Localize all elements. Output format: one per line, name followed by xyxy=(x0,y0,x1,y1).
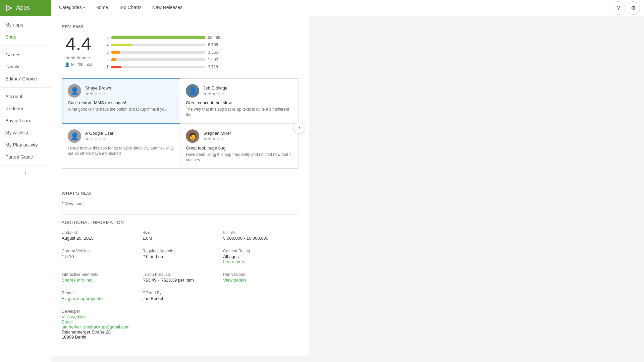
logo[interactable]: Apps xyxy=(0,0,51,16)
reviewer-name-3: A Google User xyxy=(85,131,174,136)
sidebar-item-editors-choice[interactable]: Editors' Choice xyxy=(0,73,51,85)
avatar-stephen-miller: 🧑 xyxy=(186,129,199,143)
sidebar-item-my-apps[interactable]: My apps xyxy=(0,19,51,31)
bar-row-2: 2 1,902 xyxy=(106,57,299,63)
review-text-2: The way that this app backs up texts is … xyxy=(186,107,292,118)
reviews-grid: 👤 Shaye Brown ★ ★ ★ ★ ★ xyxy=(62,78,299,169)
reviews-summary: 4.4 ★ ★ ★ ★ ★ 👤 56,206 total xyxy=(62,35,299,70)
sidebar-collapse-button[interactable]: ‹ xyxy=(0,166,51,179)
app-title: Apps xyxy=(16,4,30,11)
info-size: Size 1.0M xyxy=(143,230,218,241)
info-report: Report Flag as inappropriate xyxy=(62,291,137,301)
review-stars-2: ★ ★ ★ ★ ★ xyxy=(203,91,292,96)
review-title-4: Great tool, huge bug xyxy=(186,145,292,150)
review-card-stephen-miller[interactable]: 🧑 Stephen Miller ★ ★ ★ ★ ★ xyxy=(180,124,298,169)
whats-new-section: WHAT'S NEW * New icon xyxy=(62,191,299,206)
nav-home[interactable]: Home xyxy=(90,0,113,16)
nav-categories[interactable]: Categories ▾ xyxy=(54,0,90,16)
review-stars-1: ★ ★ ★ ★ ★ xyxy=(85,91,174,96)
review-text-3: I used to love this app for its relative… xyxy=(68,145,174,157)
sidebar-item-games[interactable]: Games xyxy=(0,49,51,61)
sidebar-item-family[interactable]: Family xyxy=(0,61,51,73)
whats-new-title: WHAT'S NEW xyxy=(62,191,299,196)
additional-info-section: ADDITIONAL INFORMATION Updated August 20… xyxy=(62,220,299,340)
review-card-shaye-brown[interactable]: 👤 Shaye Brown ★ ★ ★ ★ ★ xyxy=(62,78,180,124)
review-title-2: Great concept, but slow xyxy=(186,100,292,105)
rating-bars: 5 38,482 4 8,708 3 3,366 xyxy=(106,35,299,70)
info-current-version: Current Version 1.5.10 xyxy=(62,249,137,264)
divider-1 xyxy=(62,185,299,185)
sidebar-item-parent-guide[interactable]: Parent Guide xyxy=(0,151,51,163)
review-text-1: What good is it to have the option to ba… xyxy=(68,107,174,112)
review-card-jeb-eldridge[interactable]: 👤 Jeb Eldridge ★ ★ ★ ★ ★ xyxy=(180,78,298,124)
nav-new-releases[interactable]: New Releases xyxy=(147,0,188,16)
reviews-grid-wrapper: 👤 Shaye Brown ★ ★ ★ ★ ★ xyxy=(62,78,299,177)
info-offered-by: Offered By Jan Berkel xyxy=(143,291,218,301)
star-1: ★ xyxy=(65,55,70,61)
visit-website-link[interactable]: Visit website xyxy=(62,314,137,319)
main-content-area: REVIEWS 4.4 ★ ★ ★ ★ ★ 👤 56,206 total xyxy=(51,16,644,362)
reviews-next-button[interactable]: › xyxy=(293,122,305,134)
review-stars-4: ★ ★ ★ ★ ★ xyxy=(203,136,292,141)
review-title-1: Can't restore MMS messages! xyxy=(68,100,174,105)
learn-more-link[interactable]: Learn more xyxy=(223,259,299,264)
rating-stars: ★ ★ ★ ★ ★ xyxy=(65,55,92,61)
reviewer-name-2: Jeb Eldridge xyxy=(203,85,292,90)
top-nav: Apps Categories ▾ Home Top Charts New Re… xyxy=(0,0,644,16)
info-developer: Developer Visit website Email jan.berkel… xyxy=(62,309,137,340)
view-details-link[interactable]: View details xyxy=(223,278,299,283)
bar-row-4: 4 8,708 xyxy=(106,42,299,48)
info-permissions: Permissions View details xyxy=(223,272,299,283)
info-grid: Updated August 20, 2015 Size 1.0M Instal… xyxy=(62,230,299,340)
reviewer-name-1: Shaye Brown xyxy=(85,85,174,90)
play-store-icon xyxy=(5,4,13,12)
content-card: REVIEWS 4.4 ★ ★ ★ ★ ★ 👤 56,206 total xyxy=(51,16,309,356)
person-icon: 👤 xyxy=(65,62,70,67)
chevron-down-icon: ▾ xyxy=(83,6,85,9)
bar-row-5: 5 38,482 xyxy=(106,35,299,41)
shares-info-link[interactable]: Shares Info xyxy=(62,278,84,283)
avatar-shaye-brown: 👤 xyxy=(68,84,81,98)
nav-links: Categories ▾ Home Top Charts New Release… xyxy=(51,0,608,16)
info-requires-android: Requires Android 2.0 and up xyxy=(143,249,218,264)
sidebar-main-section: My apps Shop xyxy=(0,16,51,46)
flag-inappropriate-link[interactable]: Flag as inappropriate xyxy=(62,296,137,301)
star-2: ★ xyxy=(71,55,75,61)
review-text-4: Have been using this app frequently and … xyxy=(186,152,292,163)
gear-icon: ⚙ xyxy=(631,5,636,11)
reviewer-name-4: Stephen Miller xyxy=(203,131,292,136)
info-interactive-elements: Interactive Elements Shares Info Info xyxy=(62,272,137,283)
info-link[interactable]: Info xyxy=(85,278,93,283)
nav-actions: ? ⚙ xyxy=(608,1,644,15)
sidebar-item-account[interactable]: Account xyxy=(0,90,51,103)
settings-button[interactable]: ⚙ xyxy=(627,1,640,15)
help-icon: ? xyxy=(617,5,620,11)
email-link[interactable]: Email jan.berkel+smsbackup@gmail.com xyxy=(62,319,137,329)
info-empty xyxy=(223,291,299,301)
additional-info-title: ADDITIONAL INFORMATION xyxy=(62,220,299,225)
star-4: ★ xyxy=(82,55,86,61)
bar-row-1: 1 3,718 xyxy=(106,64,299,70)
nav-top-charts[interactable]: Top Charts xyxy=(113,0,147,16)
rating-total: 👤 56,206 total xyxy=(65,62,92,67)
sidebar: My apps Shop Games Family Editors' Choic… xyxy=(0,16,51,362)
whats-new-text: * New icon xyxy=(62,201,299,206)
info-inapp-products: In-app Products R$3.49 - R$23.39 per ite… xyxy=(143,272,218,283)
sidebar-item-buy-gift-card[interactable]: Buy gift card xyxy=(0,115,51,127)
sidebar-item-my-play-activity[interactable]: My Play activity xyxy=(0,139,51,151)
sidebar-item-redeem[interactable]: Redeem xyxy=(0,103,51,115)
avatar-google-user: 👤 xyxy=(68,129,81,143)
bar-row-3: 3 3,366 xyxy=(106,49,299,55)
star-3: ★ xyxy=(76,55,81,61)
reviews-title: REVIEWS xyxy=(62,24,299,29)
sidebar-item-my-wishlist[interactable]: My wishlist xyxy=(0,127,51,139)
help-button[interactable]: ? xyxy=(612,1,625,15)
reviews-section: REVIEWS 4.4 ★ ★ ★ ★ ★ 👤 56,206 total xyxy=(62,24,299,177)
rating-big: 4.4 ★ ★ ★ ★ ★ 👤 56,206 total xyxy=(62,35,95,67)
sidebar-categories-section: Games Family Editors' Choice xyxy=(0,46,51,88)
sidebar-item-shop[interactable]: Shop xyxy=(0,31,51,43)
average-rating: 4.4 xyxy=(65,35,92,53)
review-card-google-user[interactable]: 👤 A Google User ★ ★ ★ ★ ★ xyxy=(62,124,180,169)
avatar-jeb-eldridge: 👤 xyxy=(186,84,199,98)
review-stars-3: ★ ★ ★ ★ ★ xyxy=(85,136,174,141)
